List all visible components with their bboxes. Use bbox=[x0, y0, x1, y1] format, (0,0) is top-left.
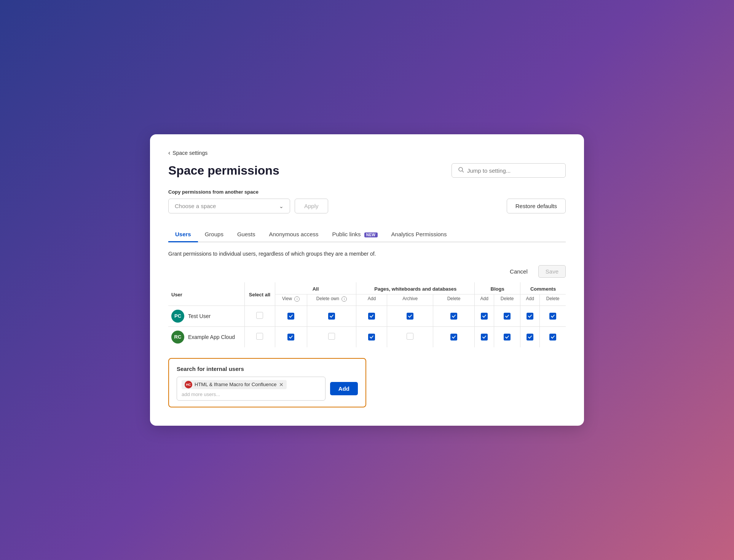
tag-close-icon[interactable]: ✕ bbox=[279, 382, 284, 387]
checkbox-checked[interactable] bbox=[450, 313, 457, 320]
space-select-placeholder: Choose a space bbox=[175, 203, 216, 209]
checkbox-checked[interactable] bbox=[527, 313, 533, 320]
comments-delete-cell[interactable] bbox=[540, 326, 566, 347]
checkbox-checked[interactable] bbox=[287, 313, 294, 320]
new-badge: NEW bbox=[364, 232, 378, 237]
checkbox-checked[interactable] bbox=[328, 313, 335, 320]
pages-archive-cell[interactable] bbox=[387, 305, 433, 326]
checkbox-unchecked[interactable] bbox=[256, 312, 263, 319]
copy-row: Choose a space ⌄ Apply Restore defaults bbox=[168, 199, 566, 213]
comments-add-cell[interactable] bbox=[520, 305, 540, 326]
view-cell[interactable] bbox=[275, 305, 307, 326]
page-title: Space permissions bbox=[168, 164, 279, 178]
tab-public-links[interactable]: Public links NEW bbox=[326, 227, 385, 242]
search-section-bottom: HC HTML & Iframe Macro for Confluence ✕ … bbox=[177, 377, 358, 401]
sub-col-blogs-add: Add bbox=[475, 294, 494, 306]
delete-own-info-icon[interactable]: i bbox=[341, 296, 347, 302]
space-select-dropdown[interactable]: Choose a space ⌄ bbox=[168, 199, 290, 213]
checkbox-checked[interactable] bbox=[368, 313, 375, 320]
checkbox-checked[interactable] bbox=[504, 313, 511, 320]
search-input[interactable] bbox=[467, 167, 559, 174]
view-info-icon[interactable]: i bbox=[294, 296, 300, 302]
blogs-delete-cell[interactable] bbox=[494, 305, 520, 326]
apply-button[interactable]: Apply bbox=[295, 199, 328, 213]
save-button[interactable]: Save bbox=[538, 265, 566, 278]
copy-permissions-section: Copy permissions from another space Choo… bbox=[168, 189, 566, 213]
tab-description: Grant permissions to individual users, r… bbox=[168, 251, 566, 257]
header-row: Space permissions bbox=[168, 163, 566, 178]
view-cell[interactable] bbox=[275, 326, 307, 347]
checkbox-checked[interactable] bbox=[504, 334, 511, 340]
col-header-blogs: Blogs bbox=[475, 282, 520, 294]
blogs-add-cell[interactable] bbox=[475, 305, 494, 326]
search-section: Search for internal users HC HTML & Ifra… bbox=[168, 358, 366, 407]
user-cell-0: PC Test User bbox=[168, 305, 244, 326]
checkbox-unchecked[interactable] bbox=[256, 333, 263, 340]
permissions-table: User Select all All Pages, whiteboards a… bbox=[168, 282, 566, 347]
restore-defaults-button[interactable]: Restore defaults bbox=[507, 199, 566, 213]
avatar: RC bbox=[171, 331, 184, 344]
tag-label: HTML & Iframe Macro for Confluence bbox=[195, 382, 277, 387]
pages-archive-cell[interactable] bbox=[387, 326, 433, 347]
pages-delete-cell[interactable] bbox=[433, 305, 474, 326]
tab-analytics-permissions[interactable]: Analytics Permissions bbox=[385, 227, 454, 242]
table-row: RC Example App Cloud bbox=[168, 326, 566, 347]
sub-col-blogs-delete: Delete bbox=[494, 294, 520, 306]
tab-groups[interactable]: Groups bbox=[198, 227, 230, 242]
tag-avatar: HC bbox=[185, 381, 192, 388]
user-tag: HC HTML & Iframe Macro for Confluence ✕ bbox=[182, 380, 287, 389]
checkbox-unchecked[interactable] bbox=[328, 333, 335, 340]
col-header-select-all: Select all bbox=[244, 282, 275, 305]
col-header-all: All bbox=[275, 282, 356, 294]
back-label: Space settings bbox=[172, 150, 207, 156]
delete-own-cell[interactable] bbox=[307, 326, 356, 347]
pages-delete-cell[interactable] bbox=[433, 326, 474, 347]
search-section-title: Search for internal users bbox=[177, 366, 358, 372]
comments-add-cell[interactable] bbox=[520, 326, 540, 347]
checkbox-checked[interactable] bbox=[527, 334, 533, 340]
chevron-down-icon: ⌄ bbox=[279, 203, 284, 209]
blogs-add-cell[interactable] bbox=[475, 326, 494, 347]
sub-col-pages-delete: Delete bbox=[433, 294, 474, 306]
checkbox-checked[interactable] bbox=[287, 334, 294, 340]
delete-own-cell[interactable] bbox=[307, 305, 356, 326]
add-button[interactable]: Add bbox=[330, 382, 358, 395]
table-row: PC Test User bbox=[168, 305, 566, 326]
tabs-bar: Users Groups Guests Anonymous access Pub… bbox=[168, 227, 566, 242]
checkbox-checked[interactable] bbox=[481, 334, 488, 340]
sub-col-pages-add: Add bbox=[356, 294, 387, 306]
checkbox-checked[interactable] bbox=[450, 334, 457, 340]
sub-col-delete-own: Delete own i bbox=[307, 294, 356, 306]
user-name: Test User bbox=[188, 313, 211, 319]
pages-add-cell[interactable] bbox=[356, 305, 387, 326]
col-header-user: User bbox=[168, 282, 244, 305]
avatar: PC bbox=[171, 310, 184, 323]
user-cell-1: RC Example App Cloud bbox=[168, 326, 244, 347]
pages-add-cell[interactable] bbox=[356, 326, 387, 347]
col-header-pages: Pages, whiteboards and databases bbox=[356, 282, 475, 294]
user-input-box[interactable]: HC HTML & Iframe Macro for Confluence ✕ … bbox=[177, 377, 326, 401]
search-icon bbox=[458, 167, 464, 174]
sub-col-comments-add: Add bbox=[520, 294, 540, 306]
checkbox-checked[interactable] bbox=[368, 334, 375, 340]
checkbox-checked[interactable] bbox=[549, 334, 556, 340]
sub-col-pages-archive: Archive bbox=[387, 294, 433, 306]
select-all-cell[interactable] bbox=[244, 326, 275, 347]
copy-label: Copy permissions from another space bbox=[168, 189, 566, 195]
tab-users[interactable]: Users bbox=[168, 227, 198, 242]
jump-search-box[interactable] bbox=[452, 163, 566, 178]
tab-guests[interactable]: Guests bbox=[230, 227, 262, 242]
user-name: Example App Cloud bbox=[188, 334, 235, 340]
sub-col-comments-delete: Delete bbox=[540, 294, 566, 306]
comments-delete-cell[interactable] bbox=[540, 305, 566, 326]
cancel-button[interactable]: Cancel bbox=[503, 265, 535, 278]
main-card: ‹ Space settings Space permissions Copy … bbox=[150, 134, 584, 426]
back-link[interactable]: ‹ Space settings bbox=[168, 150, 207, 156]
checkbox-checked[interactable] bbox=[481, 313, 488, 320]
checkbox-checked[interactable] bbox=[407, 313, 413, 320]
checkbox-unchecked[interactable] bbox=[407, 333, 413, 340]
blogs-delete-cell[interactable] bbox=[494, 326, 520, 347]
checkbox-checked[interactable] bbox=[549, 313, 556, 320]
select-all-cell[interactable] bbox=[244, 305, 275, 326]
tab-anonymous-access[interactable]: Anonymous access bbox=[262, 227, 325, 242]
